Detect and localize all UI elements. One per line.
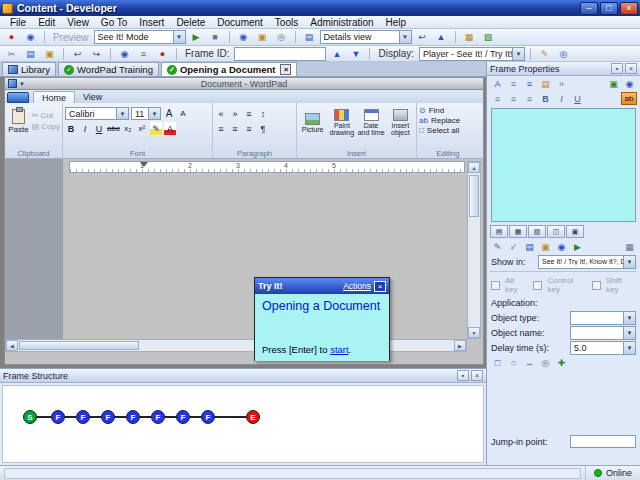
mic-icon[interactable]: ◎ <box>273 30 290 44</box>
frame-node-end[interactable]: E <box>246 410 260 424</box>
pin-icon[interactable]: ▪ <box>457 370 469 381</box>
waveform-icon[interactable]: ≡ <box>135 47 152 61</box>
copy-text-icon[interactable]: ▤ <box>522 240 537 253</box>
tab-close-icon[interactable]: × <box>280 64 291 75</box>
menu-delete[interactable]: Delete <box>170 17 211 28</box>
bubble-close-icon[interactable]: × <box>374 281 386 292</box>
template-icon-icon[interactable]: ◫ <box>547 225 565 238</box>
frame-node[interactable]: F <box>126 410 140 424</box>
mode-combo[interactable]: See It! Mode ▼ <box>94 30 186 44</box>
insert-date-button[interactable]: Date and time <box>358 107 385 136</box>
drag-icon[interactable]: ↔ <box>522 356 537 369</box>
template-custom-icon[interactable]: ▦ <box>509 225 527 238</box>
jump-in-input[interactable] <box>570 435 636 448</box>
bold-icon[interactable]: B <box>65 122 77 135</box>
copy-icon[interactable]: ▤ <box>22 47 39 61</box>
scroll-up-icon[interactable]: ▲ <box>468 162 480 173</box>
insert-object-button[interactable]: Insert object <box>387 107 414 136</box>
audio-icon[interactable]: ◉ <box>235 30 252 44</box>
add-action-icon[interactable]: ✚ <box>554 356 569 369</box>
frame-node[interactable]: F <box>76 410 90 424</box>
indent-icon[interactable]: » <box>554 77 569 90</box>
up-level-icon[interactable]: ▲ <box>433 30 450 44</box>
tab-opening-a-document[interactable]: ✓ Opening a Document × <box>161 62 298 76</box>
align-right-icon[interactable]: ≡ <box>522 92 537 105</box>
refresh-icon[interactable]: ↩ <box>414 30 431 44</box>
frame-node[interactable]: F <box>201 410 215 424</box>
wordpad-tab-home[interactable]: Home <box>33 91 75 103</box>
menu-goto[interactable]: Go To <box>95 17 134 28</box>
tab-library[interactable]: Library <box>2 62 56 76</box>
camera-icon[interactable]: ▣ <box>254 30 271 44</box>
alt-key-checkbox[interactable] <box>491 281 500 290</box>
check-text-icon[interactable]: ✓ <box>506 240 521 253</box>
bold-icon[interactable]: B <box>538 92 553 105</box>
scroll-down-icon[interactable]: ▼ <box>468 327 480 338</box>
increase-indent-icon[interactable]: » <box>229 107 241 120</box>
undo-icon[interactable]: ↩ <box>69 47 86 61</box>
cut-button[interactable]: ✂ Cut <box>32 111 60 120</box>
line-spacing-icon[interactable]: ↕ <box>257 107 269 120</box>
frame-node[interactable]: F <box>151 410 165 424</box>
subscript-icon[interactable]: x₂ <box>122 122 134 135</box>
object-type-combo[interactable]: ▼ <box>570 311 636 325</box>
frame-id-input[interactable] <box>234 47 326 61</box>
play-sound-icon[interactable]: ▶ <box>570 240 585 253</box>
edit-text-icon[interactable]: ✎ <box>490 240 505 253</box>
insert-paint-button[interactable]: Paint drawing <box>328 107 355 136</box>
speaker-icon[interactable]: ◉ <box>116 47 133 61</box>
bubble-actions-link[interactable]: Actions <box>343 281 371 291</box>
delay-time-combo[interactable]: 5.0 ▼ <box>570 341 636 355</box>
preview-label[interactable]: Preview <box>50 32 92 43</box>
numbered-list-icon[interactable]: ▤ <box>538 77 553 90</box>
menu-tools[interactable]: Tools <box>269 17 304 28</box>
vertical-scroll-thumb[interactable] <box>469 175 479 217</box>
strikethrough-icon[interactable]: abc <box>107 122 120 135</box>
align-right-icon[interactable]: ≡ <box>243 122 255 135</box>
italic-icon[interactable]: I <box>554 92 569 105</box>
font-size-combo[interactable]: 11 ▼ <box>131 107 161 120</box>
menu-view[interactable]: View <box>61 17 95 28</box>
display-combo[interactable]: Player - See It! / Try It! ▼ <box>419 47 525 61</box>
target-icon[interactable]: ◎ <box>538 356 553 369</box>
image-icon[interactable]: ▣ <box>606 77 621 90</box>
superscript-icon[interactable]: x² <box>136 122 148 135</box>
play-icon[interactable]: ▶ <box>188 30 205 44</box>
underline-icon[interactable]: U <box>570 92 585 105</box>
spellcheck-icon[interactable]: ab <box>621 92 637 105</box>
shift-key-checkbox[interactable] <box>592 281 601 290</box>
bubble-text-editor[interactable] <box>491 108 636 222</box>
panel-close-icon[interactable]: × <box>625 63 637 74</box>
italic-icon[interactable]: I <box>79 122 91 135</box>
menu-edit[interactable]: Edit <box>32 17 61 28</box>
template-blank-icon[interactable]: ▧ <box>528 225 546 238</box>
menu-document[interactable]: Document <box>211 17 269 28</box>
horizontal-scrollbar[interactable]: ◀ ▶ <box>5 339 467 352</box>
pin-icon[interactable]: ▪ <box>611 63 623 74</box>
chevron-down-icon[interactable]: ▼ <box>19 81 25 87</box>
view-grid-icon[interactable]: ▤ <box>301 30 318 44</box>
menu-insert[interactable]: Insert <box>133 17 170 28</box>
align-left-icon[interactable]: ≡ <box>490 92 505 105</box>
template-none-icon[interactable]: ▣ <box>566 225 584 238</box>
paste-icon[interactable]: ▣ <box>41 47 58 61</box>
vertical-scrollbar[interactable]: ▲ ▼ <box>467 161 481 339</box>
sound-icon[interactable]: ◉ <box>22 30 39 44</box>
font-color-icon[interactable]: A <box>164 122 176 135</box>
object-name-combo[interactable]: ▼ <box>570 326 636 340</box>
font-size-icon[interactable]: ≡ <box>506 77 521 90</box>
record-audio-icon[interactable]: ● <box>154 47 171 61</box>
minimize-button[interactable]: – <box>580 2 598 15</box>
close-button[interactable]: × <box>620 2 638 15</box>
bullet-list-icon[interactable]: ≡ <box>522 77 537 90</box>
table-icon[interactable]: ▦ <box>461 30 478 44</box>
palette-icon[interactable]: ▧ <box>480 30 497 44</box>
frame-node[interactable]: F <box>101 410 115 424</box>
align-center-icon[interactable]: ≡ <box>229 122 241 135</box>
underline-icon[interactable]: U <box>93 122 105 135</box>
link-icon[interactable]: ◉ <box>622 77 637 90</box>
previous-frame-icon[interactable]: ▲ <box>328 47 345 61</box>
frame-node[interactable]: F <box>51 410 65 424</box>
align-left-icon[interactable]: ≡ <box>215 122 227 135</box>
paste-button[interactable]: Paste <box>7 107 30 134</box>
